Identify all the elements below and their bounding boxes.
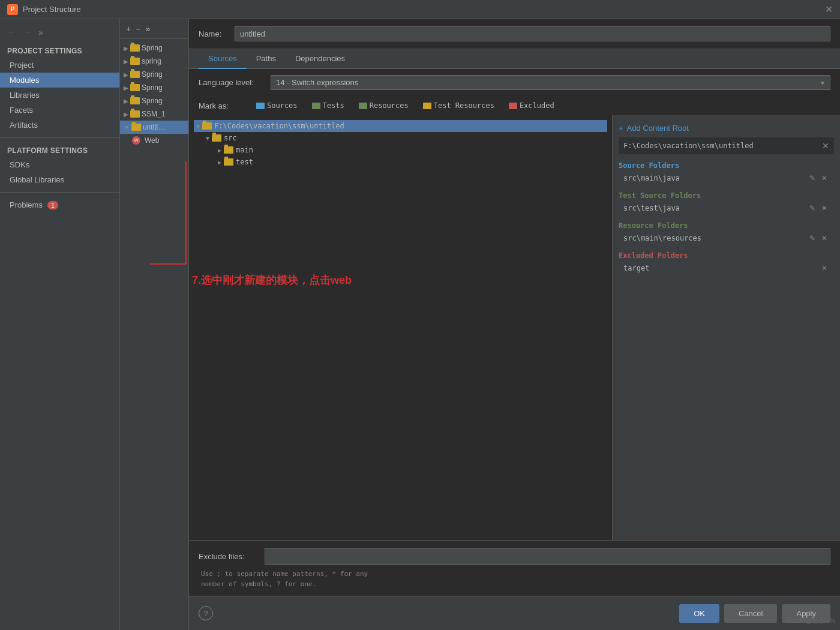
- status-bar-text: CSDN @初心…%: [787, 617, 835, 625]
- tab-paths[interactable]: Paths: [247, 49, 286, 69]
- problems-badge: 1: [47, 201, 58, 209]
- path-close-button[interactable]: ✕: [822, 141, 829, 151]
- mark-as-label: Mark as:: [199, 101, 247, 110]
- sidebar-item-sdks[interactable]: SDKs: [0, 157, 119, 172]
- remove-excluded-folder-button[interactable]: ✕: [820, 263, 829, 273]
- remove-source-folder-button[interactable]: ✕: [820, 173, 829, 183]
- sidebar-item-facets[interactable]: Facets: [0, 103, 119, 118]
- module-item-ssm1[interactable]: ▶ SSM_1: [120, 107, 188, 121]
- mark-excluded-label: Excluded: [520, 101, 554, 110]
- title-bar-left: P Project Structure: [7, 4, 81, 15]
- source-folders-section: Source Folders src\main\java ✎ ✕: [619, 161, 834, 184]
- tree-item-src[interactable]: ▼ src: [194, 132, 607, 144]
- sidebar-item-global-libraries[interactable]: Global Libraries: [0, 172, 119, 187]
- mark-as-tests-button[interactable]: Tests: [307, 100, 349, 112]
- path-header: F:\Codes\vacation\ssm\untitled ✕: [619, 137, 834, 154]
- mark-as-test-resources-button[interactable]: Test Resources: [418, 100, 499, 112]
- tree-item-root[interactable]: ▼ F:\Codes\vacation\ssm\untitled: [194, 120, 607, 132]
- problems-label: Problems: [10, 200, 43, 209]
- tree-item-main[interactable]: ▶ main: [194, 144, 607, 156]
- mark-sources-label: Sources: [267, 101, 298, 110]
- module-label: Spring: [142, 97, 163, 105]
- file-tree[interactable]: ▼ F:\Codes\vacation\ssm\untitled ▼ src ▶…: [189, 115, 612, 540]
- mark-test-resources-label: Test Resources: [434, 101, 494, 110]
- right-panel: + Add Content Root F:\Codes\vacation\ssm…: [612, 115, 840, 540]
- web-module-icon: W: [132, 136, 140, 145]
- module-label: Web: [145, 136, 159, 145]
- source-folder-path: src\main\java: [623, 174, 808, 182]
- bottom-section: Exclude files: Use ; to separate name pa…: [189, 540, 840, 596]
- folder-actions: ✎ ✕: [808, 173, 829, 183]
- name-input[interactable]: [235, 26, 830, 41]
- edit-source-folder-button[interactable]: ✎: [808, 173, 817, 183]
- source-folder-entry: src\main\java ✎ ✕: [619, 172, 834, 184]
- module-item-spring2[interactable]: ▶ spring: [120, 55, 188, 68]
- module-label: Spring: [142, 83, 163, 92]
- name-label: Name:: [199, 29, 229, 38]
- help-button[interactable]: ?: [199, 606, 213, 620]
- excluded-folders-section: Excluded Folders target ✕: [619, 251, 834, 274]
- mark-as-sources-button[interactable]: Sources: [251, 100, 302, 112]
- expand-icon: ▼: [206, 135, 209, 142]
- tab-sources[interactable]: Sources: [199, 49, 247, 69]
- mark-tests-label: Tests: [323, 101, 344, 110]
- mark-as-excluded-button[interactable]: Excluded: [504, 100, 559, 112]
- cancel-button[interactable]: Cancel: [724, 604, 777, 623]
- tree-label: src: [224, 134, 237, 142]
- module-item-untitled[interactable]: ▼ untitl…: [120, 121, 188, 134]
- sidebar-nav: ← → »: [0, 24, 119, 43]
- sidebar-item-problems[interactable]: Problems 1: [0, 197, 119, 212]
- sidebar-item-libraries[interactable]: Libraries: [0, 88, 119, 103]
- language-level-select-wrap: 1 - Source compatibility with Java 1.1 8…: [271, 75, 830, 90]
- module-item-spring5[interactable]: ▶ Spring: [120, 94, 188, 107]
- module-item-web[interactable]: W Web: [120, 134, 188, 147]
- name-row: Name:: [189, 19, 840, 49]
- module-item-spring1[interactable]: ▶ Spring: [120, 41, 188, 55]
- folder-icon: [212, 134, 221, 142]
- folder-icon: [130, 84, 140, 91]
- module-panel-toolbar: + − »: [120, 19, 188, 39]
- remove-module-button[interactable]: −: [134, 23, 142, 35]
- platform-settings-title: PLATFORM SETTINGS: [0, 143, 119, 157]
- folder-icon: [130, 58, 140, 65]
- excluded-folder-path: target: [623, 264, 820, 272]
- module-label: Spring: [142, 70, 163, 79]
- mark-as-resources-button[interactable]: Resources: [354, 100, 413, 112]
- remove-test-source-folder-button[interactable]: ✕: [820, 203, 829, 213]
- app-icon: P: [7, 4, 18, 15]
- ok-button[interactable]: OK: [679, 604, 719, 623]
- add-content-root-button[interactable]: + Add Content Root: [619, 121, 834, 137]
- edit-test-source-folder-button[interactable]: ✎: [808, 203, 817, 213]
- tab-dependencies[interactable]: Dependencies: [286, 49, 355, 69]
- source-folders-title: Source Folders: [619, 161, 834, 170]
- sidebar-item-project[interactable]: Project: [0, 58, 119, 73]
- nav-back-button[interactable]: ←: [5, 26, 18, 38]
- resource-folder-path: src\main\resources: [623, 234, 808, 242]
- excluded-folders-title: Excluded Folders: [619, 251, 834, 260]
- folder-icon: [130, 97, 140, 104]
- add-module-button[interactable]: +: [125, 23, 132, 35]
- module-item-spring3[interactable]: ▶ Spring: [120, 68, 188, 81]
- sidebar-item-artifacts[interactable]: Artifacts: [0, 118, 119, 133]
- close-icon[interactable]: ✕: [825, 4, 833, 15]
- sources-icon: [256, 103, 265, 109]
- folder-icon: [130, 110, 140, 118]
- module-item-spring4[interactable]: ▶ Spring: [120, 81, 188, 94]
- exclude-files-input[interactable]: [265, 548, 830, 565]
- tree-label: main: [236, 146, 253, 154]
- remove-resource-folder-button[interactable]: ✕: [820, 233, 829, 243]
- add-icon: +: [619, 124, 623, 133]
- resource-folders-section: Resource Folders src\main\resources ✎ ✕: [619, 221, 834, 244]
- add-content-root-label: Add Content Root: [627, 124, 689, 133]
- title-bar: P Project Structure ✕: [0, 0, 840, 19]
- tree-item-test[interactable]: ▶ test: [194, 156, 607, 168]
- module-list: ▶ Spring ▶ spring ▶ Spring ▶ Spring ▶: [120, 39, 188, 149]
- more-module-button[interactable]: »: [144, 23, 151, 35]
- nav-more-button[interactable]: »: [36, 26, 46, 38]
- exclude-files-row: Exclude files:: [199, 548, 830, 565]
- sidebar-item-modules[interactable]: Modules: [0, 73, 119, 88]
- edit-resource-folder-button[interactable]: ✎: [808, 233, 817, 243]
- nav-forward-button[interactable]: →: [20, 26, 34, 38]
- language-level-select[interactable]: 1 - Source compatibility with Java 1.1 8…: [271, 75, 830, 90]
- module-label: SSM_1: [142, 110, 165, 118]
